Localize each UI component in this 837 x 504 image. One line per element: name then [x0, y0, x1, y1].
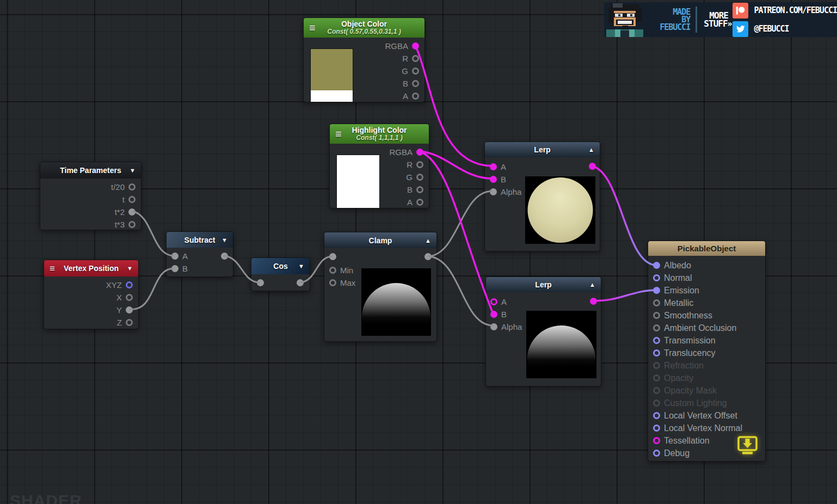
output-port[interactable] [416, 174, 423, 181]
menu-icon[interactable]: ≡ [50, 264, 55, 273]
input-port[interactable] [490, 163, 497, 170]
output-port[interactable] [128, 183, 136, 190]
download-shader-icon[interactable] [737, 436, 759, 458]
input-port[interactable] [653, 324, 660, 331]
port-row: Emission [648, 284, 765, 297]
port-row: B [330, 183, 429, 196]
cos-output-port[interactable] [297, 279, 304, 286]
input-port[interactable] [653, 437, 660, 444]
port-label: Refraction [664, 361, 704, 371]
output-port[interactable] [412, 42, 419, 50]
node-lerp-top-header[interactable]: Lerp ▲ [485, 142, 600, 157]
menu-icon[interactable]: ≡ [309, 22, 316, 33]
twitter-link[interactable]: @FEBUCCI [733, 21, 837, 37]
menu-icon[interactable]: ≡ [335, 128, 342, 139]
node-cos[interactable]: Cos ▼ [251, 257, 310, 291]
patreon-handle[interactable]: PATREON.COM/FEBUCCI [754, 5, 837, 15]
output-port[interactable] [412, 80, 419, 87]
input-port[interactable] [653, 349, 660, 357]
input-port[interactable] [653, 274, 660, 281]
input-port[interactable] [653, 412, 660, 419]
node-clamp[interactable]: Clamp ▲ Min Max [324, 232, 437, 342]
output-port[interactable] [412, 67, 419, 75]
input-port[interactable] [490, 188, 497, 195]
cos-input-port[interactable] [257, 279, 264, 286]
port-label: Alpha [501, 322, 522, 331]
chevron-up-icon[interactable]: ▲ [425, 237, 431, 244]
node-vertex-position-header[interactable]: ≡ Vertex Position ▼ [44, 260, 138, 276]
input-port[interactable] [653, 374, 660, 382]
input-port[interactable] [490, 176, 497, 183]
lerp-bottom-output-port[interactable] [590, 298, 597, 305]
input-port[interactable] [653, 287, 660, 294]
port-row: Opacity [648, 372, 765, 384]
node-time-parameters[interactable]: Time Parameters ▼ t/20 t t*2 t*3 [40, 162, 141, 230]
input-port[interactable] [171, 265, 179, 272]
chevron-down-icon[interactable]: ▼ [130, 167, 136, 174]
shader-graph-canvas[interactable]: SHADER ≡ Object Color Const( 0.57,0.55 [0, 0, 837, 504]
chevron-up-icon[interactable]: ▲ [589, 281, 595, 288]
chevron-down-icon[interactable]: ▼ [127, 265, 133, 272]
node-lerp-bottom-header[interactable]: Lerp ▲ [486, 277, 601, 292]
output-port[interactable] [416, 161, 423, 168]
input-port[interactable] [653, 450, 660, 457]
input-port[interactable] [653, 362, 660, 369]
input-port[interactable] [490, 311, 497, 318]
output-port[interactable] [416, 199, 423, 206]
port-label: Tessellation [664, 436, 710, 446]
input-port[interactable] [653, 299, 660, 306]
node-object-color[interactable]: ≡ Object Color Const( 0.57,0.55,0.31,1 )… [303, 17, 425, 102]
node-clamp-header[interactable]: Clamp ▲ [324, 232, 436, 248]
input-port[interactable] [171, 253, 179, 260]
patreon-icon[interactable] [733, 3, 748, 19]
output-port[interactable] [412, 55, 419, 62]
node-title: Time Parameters [60, 166, 121, 175]
node-pickable-object-header[interactable]: PickableObject [648, 241, 765, 256]
chevron-up-icon[interactable]: ▲ [588, 146, 594, 153]
input-port[interactable] [329, 279, 336, 286]
output-port[interactable] [126, 294, 133, 301]
output-port[interactable] [412, 93, 419, 100]
input-port[interactable] [653, 399, 660, 407]
output-port[interactable] [126, 319, 133, 326]
port-label: Opacity [664, 373, 693, 383]
subtract-output-port[interactable] [221, 253, 228, 260]
output-port[interactable] [416, 186, 423, 193]
node-subtract-header[interactable]: Subtract ▼ [167, 232, 233, 248]
output-port[interactable] [126, 281, 133, 288]
port-label: A [407, 198, 413, 207]
output-port[interactable] [416, 149, 423, 156]
port-row: Custom Lighting [648, 397, 765, 409]
input-port[interactable] [490, 323, 497, 330]
chevron-down-icon[interactable]: ▼ [221, 237, 227, 243]
node-lerp-top[interactable]: Lerp ▲ A B Alpha [484, 142, 600, 251]
node-subtract[interactable]: Subtract ▼ A B [166, 231, 233, 277]
input-port[interactable] [653, 337, 660, 344]
input-port[interactable] [653, 387, 660, 394]
node-time-parameters-header[interactable]: Time Parameters ▼ [40, 162, 141, 179]
twitter-icon[interactable] [733, 21, 748, 37]
output-port[interactable] [128, 221, 136, 228]
node-highlight-color-header[interactable]: ≡ Highlight Color Const( 1,1,1,1 ) [330, 124, 429, 144]
node-lerp-bottom[interactable]: Lerp ▲ A B Alpha [485, 276, 601, 386]
output-port[interactable] [128, 208, 136, 216]
node-cos-header[interactable]: Cos ▼ [251, 258, 310, 274]
input-port[interactable] [653, 262, 660, 269]
port-label: Smoothness [664, 311, 712, 321]
port-label: Y [116, 305, 122, 315]
input-port[interactable] [653, 425, 660, 432]
input-port[interactable] [329, 267, 336, 274]
twitter-handle[interactable]: @FEBUCCI [754, 24, 789, 34]
node-vertex-position[interactable]: ≡ Vertex Position ▼ XYZ X Y Z [44, 260, 139, 329]
patreon-link[interactable]: PATREON.COM/FEBUCCI [733, 2, 837, 19]
node-pickable-object[interactable]: PickableObject Albedo Normal Emission Me… [648, 241, 766, 462]
node-highlight-color[interactable]: ≡ Highlight Color Const( 1,1,1,1 ) RGBA … [329, 124, 429, 208]
node-object-color-header[interactable]: ≡ Object Color Const( 0.57,0.55,0.31,1 ) [304, 18, 424, 38]
input-port[interactable] [490, 298, 497, 305]
lerp-top-output-port[interactable] [589, 163, 596, 170]
output-port[interactable] [128, 196, 136, 203]
port-row: Ambient Occlusion [648, 322, 765, 334]
input-port[interactable] [653, 312, 660, 319]
output-port[interactable] [126, 306, 133, 314]
chevron-down-icon[interactable]: ▼ [298, 263, 304, 269]
